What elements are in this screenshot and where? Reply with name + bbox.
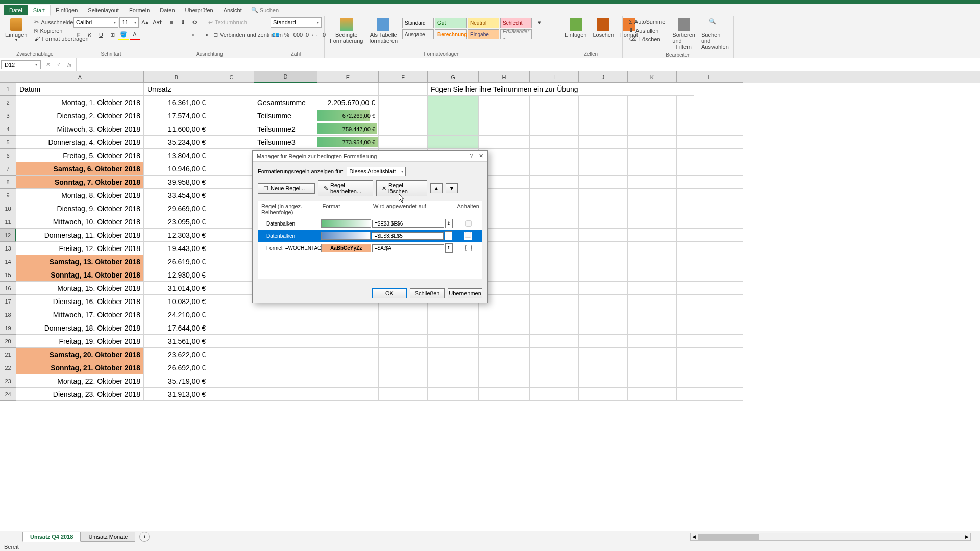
font-color-button[interactable]: A	[130, 30, 140, 40]
align-top-button[interactable]: ⬆	[155, 17, 165, 28]
cell[interactable]	[677, 295, 743, 308]
name-box[interactable]: D12▾	[1, 60, 41, 69]
cell-G24[interactable]	[428, 388, 479, 401]
cell[interactable]	[677, 202, 743, 215]
rule-row-0[interactable]: Datenbalken =$E$3:$E$6 ↥	[258, 217, 482, 230]
menu-start[interactable]: Start	[28, 5, 51, 16]
cell-B9[interactable]: 33.454,00 €	[144, 189, 209, 202]
row-header-1[interactable]: 1	[0, 83, 16, 96]
indent-dec-button[interactable]: ⇤	[189, 30, 199, 40]
cell[interactable]	[628, 136, 677, 149]
format-as-table-button[interactable]: Als Tabelleformatieren	[367, 17, 400, 45]
row-header-14[interactable]: 14	[0, 255, 16, 268]
cell-B13[interactable]: 19.443,00 €	[144, 242, 209, 255]
cell[interactable]	[209, 229, 254, 242]
cell[interactable]	[677, 388, 743, 401]
increase-font-button[interactable]: A▴	[140, 17, 150, 28]
cell[interactable]	[579, 202, 628, 215]
font-name-combo[interactable]: Calibri▾	[74, 17, 118, 28]
cell[interactable]	[628, 189, 677, 202]
cell[interactable]	[628, 242, 677, 255]
cell-E19[interactable]	[317, 321, 379, 335]
cell-B11[interactable]: 23.095,00 €	[144, 215, 209, 229]
cell[interactable]	[209, 136, 254, 149]
cell-A19[interactable]: Donnerstag, 18. Oktober 2018	[16, 321, 144, 335]
menu-daten[interactable]: Daten	[155, 5, 180, 15]
row-header-16[interactable]: 16	[0, 282, 16, 295]
style-neutral[interactable]: Neutral	[468, 18, 499, 28]
cell-G18[interactable]	[428, 308, 479, 321]
cell-B6[interactable]: 13.804,00 €	[144, 149, 209, 162]
cell[interactable]	[579, 176, 628, 189]
cell[interactable]	[530, 308, 579, 321]
cell[interactable]	[379, 348, 428, 361]
cell-D2[interactable]: Gesamtsumme	[254, 96, 317, 109]
cell[interactable]	[579, 229, 628, 242]
cell[interactable]	[530, 348, 579, 361]
autosum-button[interactable]: ΣAutoSumme	[627, 18, 667, 26]
cell[interactable]	[579, 268, 628, 282]
cell[interactable]	[628, 348, 677, 361]
row-header-15[interactable]: 15	[0, 268, 16, 282]
cell[interactable]	[379, 361, 428, 374]
cell-B16[interactable]: 31.014,00 €	[144, 282, 209, 295]
cell[interactable]	[209, 202, 254, 215]
cell[interactable]	[479, 109, 530, 122]
cell[interactable]	[530, 136, 579, 149]
cell[interactable]	[579, 109, 628, 122]
rule-row-2[interactable]: Formel: =WOCHENTAG(... AaBbCcYyZz =$A:$A…	[258, 242, 482, 254]
cell[interactable]	[479, 361, 530, 374]
cell[interactable]	[530, 162, 579, 176]
cell[interactable]	[579, 361, 628, 374]
styles-more-button[interactable]: ▾	[534, 17, 545, 28]
paste-button[interactable]: Einfügen▾	[3, 17, 29, 43]
menu-ansicht[interactable]: Ansicht	[218, 5, 247, 15]
cell[interactable]	[530, 109, 579, 122]
col-header-K[interactable]: K	[628, 71, 677, 83]
cell[interactable]	[628, 255, 677, 268]
number-format-combo[interactable]: Standard▾	[271, 17, 322, 28]
cell-B10[interactable]: 29.669,00 €	[144, 202, 209, 215]
indent-inc-button[interactable]: ⇥	[200, 30, 210, 40]
row-header-7[interactable]: 7	[0, 162, 16, 176]
cancel-formula-icon[interactable]: ✕	[46, 61, 51, 68]
cell[interactable]	[628, 149, 677, 162]
style-schlecht[interactable]: Schlecht	[500, 18, 532, 28]
cell[interactable]	[677, 96, 743, 109]
cell-A2[interactable]: Montag, 1. Oktober 2018	[16, 96, 144, 109]
align-left-button[interactable]: ≡	[155, 30, 165, 40]
cell-B15[interactable]: 12.930,00 €	[144, 268, 209, 282]
cell[interactable]	[677, 136, 743, 149]
cell[interactable]	[209, 361, 254, 374]
row-header-9[interactable]: 9	[0, 189, 16, 202]
cell-A8[interactable]: Sonntag, 7. Oktober 2018	[16, 176, 144, 189]
cell-A23[interactable]: Montag, 22. Oktober 2018	[16, 374, 144, 388]
cell-E5[interactable]: 773.954,00 €	[317, 136, 379, 149]
cell[interactable]	[317, 83, 379, 96]
cell[interactable]	[209, 282, 254, 295]
cell-A22[interactable]: Sonntag, 21. Oktober 2018	[16, 361, 144, 374]
cell[interactable]	[209, 149, 254, 162]
cell-A7[interactable]: Samstag, 6. Oktober 2018	[16, 162, 144, 176]
sort-filter-button[interactable]: Sortieren undFiltern	[670, 17, 697, 51]
col-header-A[interactable]: A	[16, 71, 144, 83]
cell-B12[interactable]: 12.303,00 €	[144, 229, 209, 242]
orientation-button[interactable]: ⟲	[189, 17, 199, 28]
cell[interactable]	[209, 295, 254, 308]
cell-E22[interactable]	[317, 361, 379, 374]
cell-A9[interactable]: Montag, 8. Oktober 2018	[16, 189, 144, 202]
cell[interactable]	[628, 162, 677, 176]
fill-color-button[interactable]: 🪣	[118, 30, 129, 40]
cell-B8[interactable]: 39.958,00 €	[144, 176, 209, 189]
cell-B7[interactable]: 10.946,00 €	[144, 162, 209, 176]
cell-D18[interactable]	[254, 308, 317, 321]
cell-A24[interactable]: Dienstag, 23. Oktober 2018	[16, 388, 144, 401]
sheet-tab-other[interactable]: Umsatz Monate	[81, 532, 135, 542]
cell[interactable]	[209, 96, 254, 109]
cell-A18[interactable]: Mittwoch, 17. Oktober 2018	[16, 308, 144, 321]
cell-B24[interactable]: 31.913,00 €	[144, 388, 209, 401]
menu-formeln[interactable]: Formeln	[124, 5, 155, 15]
cell[interactable]	[530, 374, 579, 388]
cell[interactable]	[479, 374, 530, 388]
col-header-D[interactable]: D	[254, 71, 317, 83]
